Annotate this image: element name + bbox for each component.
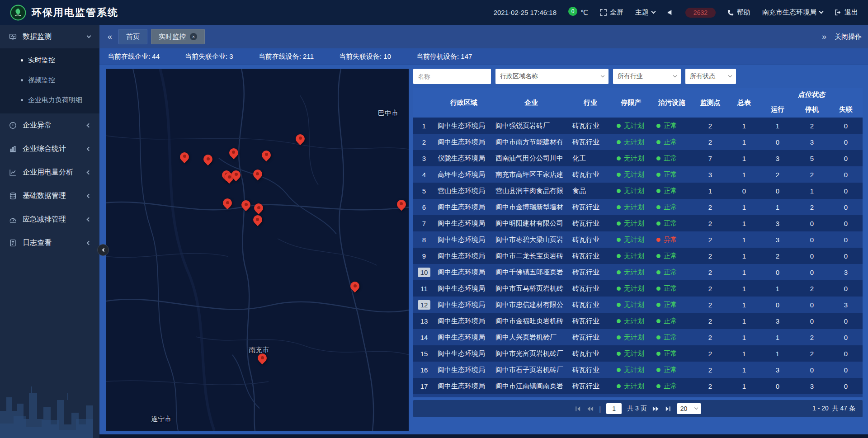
cell-lost: 0 (829, 236, 863, 244)
stats-bar: 当前在线企业: 44当前失联企业: 3当前在线设备: 211当前失联设备: 10… (99, 48, 868, 65)
tabs-scroll-right-icon[interactable]: » (820, 32, 828, 42)
name-search-input[interactable] (413, 69, 491, 84)
alert-count-badge[interactable]: 2632 (685, 8, 716, 18)
map-pin-icon[interactable] (254, 203, 263, 212)
table-row[interactable]: 11阆中生态环境局阆中市五马桥页岩机砖砖瓦行业无计划正常21120 (413, 280, 863, 297)
table-row[interactable]: 6阆中生态环境局阆中市金博瑞新型墙材砖瓦行业无计划正常21120 (413, 199, 863, 215)
map-pin-icon[interactable] (231, 170, 241, 179)
cell-region: 阆中生态环境局 (435, 349, 493, 358)
tabs-scroll-left-icon[interactable]: « (106, 32, 114, 42)
table-row[interactable]: 13阆中生态环境局阆中市金福旺页岩机砖砖瓦行业无计划正常21300 (413, 313, 863, 329)
sidebar-item[interactable]: 视频监控 (0, 70, 99, 90)
map-pin-icon[interactable] (296, 134, 305, 143)
prev-page-button[interactable] (587, 405, 594, 412)
industry-select[interactable]: 所有行业 (613, 69, 681, 84)
stats-icon (9, 145, 17, 153)
sidebar-section-head[interactable]: 企业异常 (0, 113, 99, 137)
table-row[interactable]: 14阆中生态环境局阆中大兴页岩机砖厂砖瓦行业无计划正常21120 (413, 329, 863, 345)
map-city-label: 南充市 (249, 345, 269, 354)
map-pin-icon[interactable] (253, 170, 262, 179)
map-pin-icon[interactable] (253, 215, 262, 224)
help-button[interactable]: 帮助 (727, 8, 750, 17)
table-row[interactable]: 9阆中生态环境局阆中市二龙长宝页岩砖砖瓦行业无计划正常21200 (413, 248, 863, 264)
sidebar-section-head[interactable]: 数据监测 (0, 25, 99, 48)
next-page-button[interactable] (652, 405, 659, 412)
sidebar-section-head[interactable]: 企业综合统计 (0, 137, 99, 160)
cell-monitor: 2 (693, 220, 728, 227)
table-row[interactable]: 3仪陇生态环境局西南油气田分公司川中化工无计划正常71350 (413, 150, 863, 166)
sidebar-section-head[interactable]: 基础数据管理 (0, 184, 99, 207)
map-pin-icon[interactable] (229, 148, 238, 157)
map-collapse-button[interactable] (97, 244, 109, 256)
table-row[interactable]: 8阆中生态环境局阆中市枣碧大梁山页岩砖瓦行业无计划异常21300 (413, 231, 863, 248)
status-dot-icon (656, 335, 660, 339)
table-row[interactable]: 1阆中生态环境局阆中强锐页岩砖厂砖瓦行业无计划正常21120 (413, 118, 863, 134)
theme-dropdown[interactable]: 主题 (635, 8, 655, 17)
map-panel[interactable]: 巴中市南充市遂宁市 (106, 69, 409, 431)
status-dot-icon (656, 205, 660, 209)
cell-limit-status: 无计划 (611, 187, 651, 195)
last-page-button[interactable] (665, 405, 671, 412)
announcement-button[interactable] (667, 9, 674, 16)
status-dot-icon (617, 173, 621, 177)
map-pin-icon[interactable] (258, 353, 267, 363)
page-size-select[interactable]: 20 (677, 403, 701, 414)
table-row[interactable]: 15阆中生态环境局阆中市光富页岩机砖厂砖瓦行业无计划正常21120 (413, 345, 863, 362)
table-row[interactable]: 18南部生态环境局南部县建材有限公司砖瓦行业无计划正常21030 (413, 394, 863, 397)
sidebar-section-label: 应急减排管理 (23, 215, 66, 224)
cell-total: 1 (728, 268, 760, 276)
table-row[interactable]: 16阆中生态环境局阆中市石子页岩机砖厂砖瓦行业无计划正常21300 (413, 362, 863, 378)
map-pin-icon[interactable] (223, 198, 232, 207)
org-dropdown[interactable]: 南充市生态环境局 (762, 8, 823, 17)
pager-divider: | (599, 405, 601, 413)
table-row[interactable]: 17阆中生态环境局阆中市江南镇阆南页岩砖瓦行业无计划正常21030 (413, 378, 863, 394)
table-row[interactable]: 7阆中生态环境局阆中明阳建材有限公司砖瓦行业无计划正常21300 (413, 215, 863, 231)
fullscreen-button[interactable]: 全屏 (600, 8, 623, 17)
status-select[interactable]: 所有状态 (685, 69, 736, 84)
alert-icon (9, 121, 17, 129)
cell-lost: 0 (829, 122, 863, 130)
cell-run: 1 (760, 203, 795, 211)
tab-实时监控[interactable]: 实时监控× (151, 29, 205, 44)
tab-首页[interactable]: 首页 (118, 29, 147, 44)
chevron-down-icon (651, 9, 656, 14)
cell-industry: 化工 (570, 154, 611, 163)
cell-stop: 2 (795, 171, 829, 179)
page-number-input[interactable]: 1 (606, 403, 622, 414)
map-pin-icon[interactable] (350, 282, 359, 291)
close-operations-button[interactable]: 关闭操作 (835, 33, 862, 41)
sidebar-item[interactable]: 企业电力负荷明细 (0, 90, 99, 110)
logout-button[interactable]: 退出 (835, 8, 858, 17)
table-row[interactable]: 4高坪生态环境局南充市高坪区王家店建砖瓦行业无计划正常31220 (413, 166, 863, 183)
status-dot-icon (617, 270, 621, 274)
region-select[interactable]: 行政区域名称 (495, 69, 609, 84)
table-row[interactable]: 2阆中生态环境局阆中市南方节能建材有砖瓦行业无计划正常21030 (413, 134, 863, 150)
sidebar-section-head[interactable]: 应急减排管理 (0, 207, 99, 231)
temperature-badge: 0 (568, 7, 577, 16)
col-company: 企业 (493, 88, 570, 118)
first-page-button[interactable] (575, 405, 581, 412)
sidebar-section-head[interactable]: 日志查看 (0, 231, 99, 254)
map-pin-icon[interactable] (241, 200, 250, 209)
status-dot-icon (617, 189, 621, 193)
cell-monitor: 3 (693, 171, 728, 179)
status-dot-icon (617, 303, 621, 307)
map-pin-icon[interactable] (203, 155, 212, 164)
map-pin-icon[interactable] (180, 152, 189, 161)
cell-run: 2 (760, 171, 795, 179)
cell-lost: 0 (829, 334, 863, 341)
close-icon[interactable]: × (190, 33, 197, 40)
map-pin-icon[interactable] (262, 151, 271, 160)
sidebar-item[interactable]: 实时监控 (0, 50, 99, 70)
sidebar-item-label: 视频监控 (28, 76, 55, 85)
cell-total: 1 (728, 122, 760, 130)
col-stop: 停机 (795, 101, 829, 118)
cell-limit-status: 无计划 (611, 366, 651, 374)
table-row[interactable]: 10阆中生态环境局阆中千佛镇五郎垭页岩砖瓦行业无计划正常21003 (413, 264, 863, 280)
map-pin-icon[interactable] (397, 200, 406, 209)
sidebar-section-head[interactable]: 企业用电量分析 (0, 160, 99, 184)
cell-facility-status: 正常 (651, 317, 693, 325)
table-row[interactable]: 12阆中生态环境局阆中市忠信建材有限公砖瓦行业无计划正常21003 (413, 297, 863, 313)
cell-total: 1 (728, 252, 760, 260)
table-row[interactable]: 5营山生态环境局营山县润丰肉食品有限食品无计划正常10010 (413, 183, 863, 199)
